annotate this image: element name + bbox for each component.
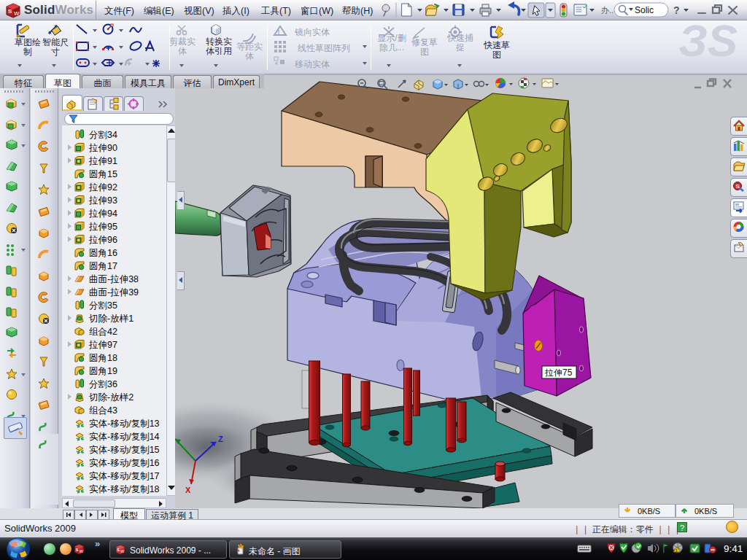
svg-text:9:41: 9:41 — [724, 543, 743, 554]
svg-text:Z: Z — [218, 435, 223, 443]
svg-text:0KB/S: 0KB/S — [694, 507, 717, 516]
svg-text:办..: 办.. — [601, 6, 614, 15]
svg-text:S: S — [117, 548, 120, 552]
svg-text:X: X — [185, 486, 191, 494]
svg-text:拉伸75: 拉伸75 — [544, 368, 573, 378]
svg-text:!: ! — [278, 28, 280, 36]
svg-text:Solic: Solic — [635, 5, 654, 15]
svg-text:W: W — [80, 549, 84, 553]
svg-text:!: ! — [676, 548, 678, 553]
svg-text:0KB/S: 0KB/S — [638, 507, 660, 516]
svg-text:S: S — [76, 548, 79, 552]
